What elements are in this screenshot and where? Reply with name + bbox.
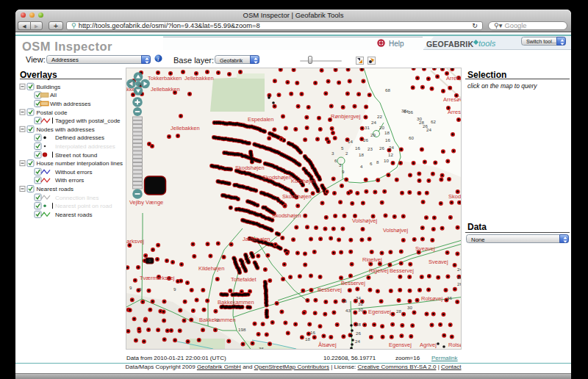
svg-text:Skodsh: Skodsh xyxy=(448,193,461,200)
svg-text:Volshøjvej: Volshøjvej xyxy=(352,217,378,224)
svg-text:Besservej: Besservej xyxy=(318,286,342,293)
svg-text:3: 3 xyxy=(331,151,334,156)
svg-text:24: 24 xyxy=(355,339,360,344)
svg-text:Egensvej: Egensvej xyxy=(389,342,412,348)
svg-text:Postal code: Postal code xyxy=(37,109,68,116)
svg-text:22: 22 xyxy=(377,114,382,119)
svg-text:Nodes with addresses: Nodes with addresses xyxy=(37,126,95,133)
svg-text:Bakkekammen: Bakkekammen xyxy=(218,299,254,306)
svg-text:38: 38 xyxy=(401,108,406,113)
svg-text:Kildehøjen: Kildehøjen xyxy=(198,265,224,272)
svg-text:9: 9 xyxy=(216,317,219,322)
svg-text:9: 9 xyxy=(148,258,151,263)
svg-text:30: 30 xyxy=(407,305,412,310)
svg-text:26: 26 xyxy=(379,145,384,151)
svg-text:43: 43 xyxy=(345,308,351,313)
svg-text:Buildings: Buildings xyxy=(37,84,61,90)
svg-text:36: 36 xyxy=(447,295,452,300)
svg-text:Skodshøjen: Skodshøjen xyxy=(272,212,301,219)
svg-text:Arresøvej: Arresøvej xyxy=(446,75,461,82)
svg-text:Jellebakken: Jellebakken xyxy=(184,75,214,82)
svg-text:18: 18 xyxy=(359,152,364,157)
svg-text:Toftefaldet: Toftefaldet xyxy=(231,276,257,283)
svg-text:26: 26 xyxy=(457,281,461,286)
svg-text:16: 16 xyxy=(310,330,315,335)
svg-text:i: i xyxy=(157,56,159,62)
svg-text:23: 23 xyxy=(368,146,373,151)
svg-text:Vejlby Vænge: Vejlby Vænge xyxy=(129,199,163,206)
svg-text:All: All xyxy=(50,92,57,98)
svg-text:Volshøjvej: Volshøjvej xyxy=(383,227,409,234)
svg-text:18: 18 xyxy=(384,130,390,135)
svg-text:9: 9 xyxy=(342,169,345,174)
svg-text:Tagged with postal_code: Tagged with postal_code xyxy=(55,118,121,124)
svg-text:18: 18 xyxy=(305,336,310,342)
svg-text:45: 45 xyxy=(342,298,347,303)
svg-text:36: 36 xyxy=(259,346,264,349)
svg-text:Jellebakken: Jellebakken xyxy=(171,125,200,131)
svg-text:Street not found: Street not found xyxy=(55,152,97,159)
svg-text:Rigelvej: Rigelvej xyxy=(369,267,389,274)
svg-text:Connection lines: Connection lines xyxy=(55,195,99,201)
svg-text:marksvej: marksvej xyxy=(126,238,144,245)
svg-text:Tokkerbakken: Tokkerbakken xyxy=(148,75,182,82)
svg-text:Ålsøvej: Ålsøvej xyxy=(318,342,337,348)
svg-text:Skodshøjen: Skodshøjen xyxy=(282,193,312,200)
svg-text:60: 60 xyxy=(409,135,414,140)
svg-text:24: 24 xyxy=(426,127,431,132)
svg-text:20: 20 xyxy=(379,125,384,130)
svg-text:Rigelvej: Rigelvej xyxy=(362,256,382,263)
svg-text:24: 24 xyxy=(371,120,376,125)
svg-text:24: 24 xyxy=(389,145,394,150)
svg-text:6: 6 xyxy=(334,158,337,163)
svg-text:Rolsøvej: Rolsøvej xyxy=(448,342,461,348)
svg-text:Nearest roads: Nearest roads xyxy=(37,186,74,192)
svg-text:Arresøvej: Arresøvej xyxy=(443,96,461,103)
svg-text:Jellebakken: Jellebakken xyxy=(151,86,180,93)
svg-text:24: 24 xyxy=(457,267,461,272)
svg-text:Skodshøjen: Skodshøjen xyxy=(235,165,265,171)
svg-text:Besservej: Besservej xyxy=(390,267,414,274)
svg-text:26: 26 xyxy=(363,137,368,142)
svg-text:26: 26 xyxy=(356,331,361,336)
svg-text:Arresøve: Arresøve xyxy=(448,109,461,115)
svg-text:14: 14 xyxy=(348,139,353,144)
svg-text:34: 34 xyxy=(356,295,361,300)
svg-text:26: 26 xyxy=(457,275,461,280)
svg-text:House number interpolation lin: House number interpolation lines xyxy=(37,160,123,167)
svg-text:Nearest roads: Nearest roads xyxy=(55,212,93,218)
svg-text:36: 36 xyxy=(408,109,413,115)
svg-text:3: 3 xyxy=(339,162,342,167)
svg-text:10: 10 xyxy=(384,158,389,163)
svg-text:Rønbjergvej: Rønbjergvej xyxy=(331,113,361,120)
svg-text:Egensvej: Egensvej xyxy=(368,308,391,315)
svg-text:Sveavej: Sveavej xyxy=(429,259,448,265)
svg-text:28: 28 xyxy=(356,322,361,327)
svg-text:2: 2 xyxy=(345,151,348,156)
svg-text:16: 16 xyxy=(385,137,390,142)
svg-text:9: 9 xyxy=(129,285,132,290)
svg-text:With errors: With errors xyxy=(55,177,84,184)
svg-text:6: 6 xyxy=(370,161,373,166)
svg-text:Nearest point on road: Nearest point on road xyxy=(55,203,112,209)
svg-text:Espedalen: Espedalen xyxy=(248,116,273,123)
svg-text:9: 9 xyxy=(173,286,176,292)
svg-text:9: 9 xyxy=(139,286,142,292)
svg-text:Rolsøvej: Rolsøvej xyxy=(421,295,443,302)
svg-text:Skodshøjen: Skodshøjen xyxy=(262,174,292,181)
svg-text:Tværmarksvej: Tværmarksvej xyxy=(140,275,175,281)
svg-text:4: 4 xyxy=(360,164,363,169)
svg-text:16: 16 xyxy=(355,145,360,151)
svg-text:Defined addresses: Defined addresses xyxy=(55,134,104,141)
svg-text:29: 29 xyxy=(370,132,376,137)
svg-text:32: 32 xyxy=(358,301,363,306)
svg-text:8: 8 xyxy=(376,159,379,165)
svg-text:198: 198 xyxy=(238,327,246,332)
svg-text:Without errors: Without errors xyxy=(55,169,93,176)
svg-text:With addresses: With addresses xyxy=(50,101,90,107)
svg-text:5: 5 xyxy=(341,145,344,151)
svg-text:28: 28 xyxy=(396,308,401,314)
svg-text:12: 12 xyxy=(388,152,393,157)
svg-text:62: 62 xyxy=(431,119,436,124)
svg-text:Interpolated addresses: Interpolated addresses xyxy=(55,143,115,150)
